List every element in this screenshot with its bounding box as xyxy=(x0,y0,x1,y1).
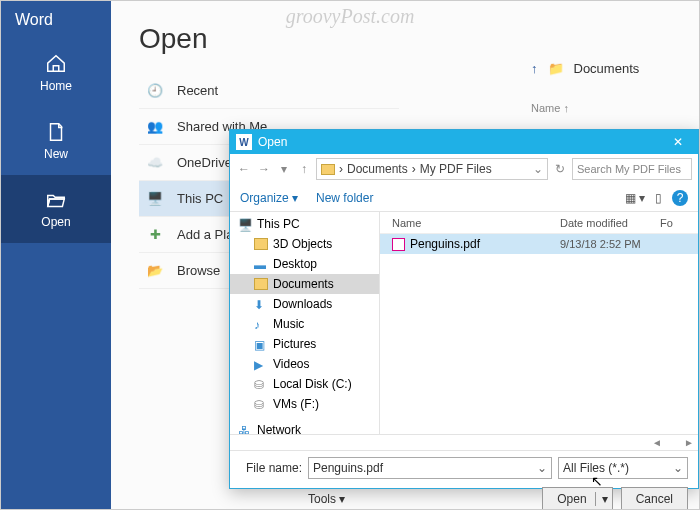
filter-select[interactable]: All Files (*.*)⌄ xyxy=(558,457,688,479)
brand: Word xyxy=(1,1,111,39)
up-button[interactable]: ↑ xyxy=(296,162,312,176)
tree-localdisk[interactable]: ⛁Local Disk (C:) xyxy=(230,374,379,394)
tools-menu[interactable]: Tools ▾ xyxy=(308,492,345,506)
tree-music[interactable]: ♪Music xyxy=(230,314,379,334)
network-icon: 🖧 xyxy=(238,424,252,434)
filename-label: File name: xyxy=(240,461,302,475)
cancel-button[interactable]: Cancel xyxy=(621,487,688,510)
nav-label: Home xyxy=(40,79,72,93)
dialog-titlebar: W Open ✕ xyxy=(230,130,698,154)
forward-button[interactable]: → xyxy=(256,162,272,176)
folder-icon xyxy=(254,278,268,290)
up-arrow-icon[interactable]: ↑ xyxy=(531,61,538,76)
col-date[interactable]: Date modified xyxy=(560,217,660,229)
backstage-sidebar: Word Home New Open xyxy=(1,1,111,510)
plus-icon: ✚ xyxy=(145,225,165,245)
open-button[interactable]: Open▾ xyxy=(542,487,612,510)
folder-icon: 📁 xyxy=(548,61,564,76)
pc-icon: 🖥️ xyxy=(238,218,252,230)
page-title: Open xyxy=(139,23,671,55)
col-name[interactable]: Name xyxy=(380,217,560,229)
open-dialog: W Open ✕ ← → ▾ ↑ › Documents › My PDF Fi… xyxy=(229,129,699,489)
file-name: Penguins.pdf xyxy=(410,237,480,251)
place-label: This PC xyxy=(177,191,223,206)
help-button[interactable]: ? xyxy=(672,190,688,206)
nav-label: New xyxy=(44,147,68,161)
cloud-icon: ☁️ xyxy=(145,153,165,173)
folder-open-icon xyxy=(45,189,67,211)
pictures-icon: ▣ xyxy=(254,338,268,350)
place-label: Browse xyxy=(177,263,220,278)
location-label: Documents xyxy=(574,61,640,76)
tree-downloads[interactable]: ⬇Downloads xyxy=(230,294,379,314)
tree-pictures[interactable]: ▣Pictures xyxy=(230,334,379,354)
file-date: 9/13/18 2:52 PM xyxy=(560,238,660,250)
tree-3dobjects[interactable]: 3D Objects xyxy=(230,234,379,254)
desktop-icon: ▬ xyxy=(254,258,268,270)
clock-icon: 🕘 xyxy=(145,81,165,101)
recent-dd[interactable]: ▾ xyxy=(276,162,292,176)
tree-desktop[interactable]: ▬Desktop xyxy=(230,254,379,274)
back-button[interactable]: ← xyxy=(236,162,252,176)
page-icon xyxy=(45,121,67,143)
pc-icon: 🖥️ xyxy=(145,189,165,209)
filename-input[interactable]: Penguins.pdf ⌄ xyxy=(308,457,552,479)
pdf-icon xyxy=(392,238,405,251)
nav-new[interactable]: New xyxy=(1,107,111,175)
preview-pane-button[interactable]: ▯ xyxy=(655,191,662,205)
folder-icon: 📂 xyxy=(145,261,165,281)
place-recent[interactable]: 🕘 Recent xyxy=(139,73,399,109)
address-bar[interactable]: › Documents › My PDF Files ⌄ xyxy=(316,158,548,180)
file-list: Name Date modified Fo Penguins.pdf 9/13/… xyxy=(380,212,698,434)
place-label: OneDrive xyxy=(177,155,232,170)
nav-home[interactable]: Home xyxy=(1,39,111,107)
path-seg[interactable]: Documents xyxy=(347,162,408,176)
video-icon: ▶ xyxy=(254,358,268,370)
people-icon: 👥 xyxy=(145,117,165,137)
search-input[interactable]: Search My PDF Files xyxy=(572,158,692,180)
home-icon xyxy=(45,53,67,75)
word-icon: W xyxy=(236,134,252,150)
tree-network[interactable]: 🖧Network xyxy=(230,420,379,434)
nav-open[interactable]: Open xyxy=(1,175,111,243)
open-dropdown[interactable]: ▾ xyxy=(595,492,608,506)
music-icon: ♪ xyxy=(254,318,268,330)
tree-vms[interactable]: ⛁VMs (F:) xyxy=(230,394,379,414)
file-row[interactable]: Penguins.pdf 9/13/18 2:52 PM xyxy=(380,234,698,254)
tree-videos[interactable]: ▶Videos xyxy=(230,354,379,374)
disk-icon: ⛁ xyxy=(254,378,268,390)
tree-thispc[interactable]: 🖥️This PC xyxy=(230,214,379,234)
refresh-button[interactable]: ↻ xyxy=(552,162,568,176)
path-seg[interactable]: My PDF Files xyxy=(420,162,492,176)
disk-icon: ⛁ xyxy=(254,398,268,410)
nav-tree: 🖥️This PC 3D Objects ▬Desktop Documents … xyxy=(230,212,380,434)
folder-icon xyxy=(321,164,335,175)
new-folder-button[interactable]: New folder xyxy=(316,191,373,205)
col-type[interactable]: Fo xyxy=(660,217,673,229)
place-label: Recent xyxy=(177,83,218,98)
close-button[interactable]: ✕ xyxy=(658,135,698,149)
download-icon: ⬇ xyxy=(254,298,268,310)
organize-menu[interactable]: Organize ▾ xyxy=(240,191,298,205)
h-scrollbar[interactable]: ◄ ► xyxy=(230,434,698,450)
tree-documents[interactable]: Documents xyxy=(230,274,379,294)
folder-icon xyxy=(254,238,268,250)
column-header-name[interactable]: Name ↑ xyxy=(531,102,639,114)
view-button[interactable]: ▦ ▾ xyxy=(625,191,645,205)
nav-label: Open xyxy=(41,215,70,229)
dialog-title: Open xyxy=(258,135,658,149)
